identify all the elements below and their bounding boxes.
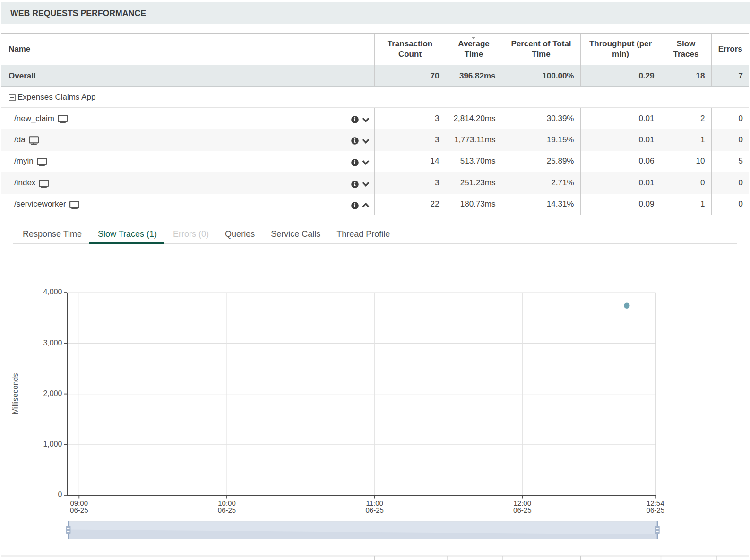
svg-text:06-25: 06-25 bbox=[70, 506, 88, 514]
svg-text:4,000: 4,000 bbox=[43, 288, 62, 296]
svg-text:3,000: 3,000 bbox=[43, 339, 62, 347]
svg-text:2,000: 2,000 bbox=[43, 389, 62, 397]
svg-text:06-25: 06-25 bbox=[366, 506, 384, 514]
svg-text:0: 0 bbox=[58, 491, 62, 499]
svg-text:06-25: 06-25 bbox=[647, 506, 664, 514]
svg-text:1,000: 1,000 bbox=[43, 440, 62, 448]
svg-text:06-25: 06-25 bbox=[513, 506, 531, 514]
svg-text:Milliseconds: Milliseconds bbox=[11, 373, 19, 414]
svg-text:06-25: 06-25 bbox=[218, 506, 236, 514]
